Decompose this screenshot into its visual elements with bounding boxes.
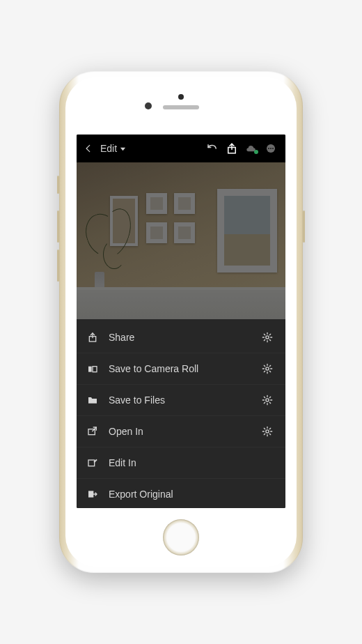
menu-item-label: Edit In [109,457,252,468]
photo-preview[interactable] [77,162,285,319]
svg-point-3 [270,148,272,149]
svg-point-10 [266,399,269,401]
gear-icon [262,426,273,437]
gear-icon [262,394,273,406]
app-screen: Edit [77,135,285,508]
earpiece-speaker [163,105,199,109]
menu-item-save-files[interactable]: Save to Files [77,385,285,416]
camera-roll-icon [86,362,99,375]
menu-item-edit-in[interactable]: Edit In [77,447,285,479]
share-button[interactable] [224,141,239,156]
power-button [303,210,305,243]
svg-rect-14 [88,491,93,497]
menu-item-settings[interactable] [262,426,273,437]
undo-icon [206,142,219,155]
menu-item-label: Save to Camera Roll [109,363,252,374]
phone-chassis: Edit [59,71,303,573]
svg-point-12 [266,430,269,433]
more-icon [265,142,277,155]
proximity-sensor [178,94,184,100]
share-menu: Share Save to C [77,319,285,508]
gear-icon [262,332,273,343]
more-button[interactable] [263,141,278,156]
svg-rect-7 [88,367,92,372]
export-original-icon [86,488,99,500]
mute-switch [57,176,59,194]
mode-dropdown[interactable]: Edit [100,143,126,154]
chevron-left-icon [84,144,93,153]
volume-down [57,250,59,282]
open-in-icon [86,425,99,438]
menu-item-settings[interactable] [262,363,273,374]
menu-item-open-in[interactable]: Open In [77,416,285,447]
sync-status-dot [254,150,258,154]
menu-item-label: Share [109,332,252,343]
menu-item-export-original[interactable]: Export Original [77,479,285,508]
menu-item-label: Export Original [109,489,252,500]
volume-up [57,210,59,243]
svg-point-9 [266,367,269,370]
menu-item-label: Open In [109,426,252,437]
gear-icon [262,363,273,374]
menu-item-settings[interactable] [262,394,273,406]
undo-button[interactable] [205,141,220,156]
front-camera [145,102,152,109]
menu-item-camera-roll[interactable]: Save to Camera Roll [77,353,285,385]
menu-item-share[interactable]: Share [77,322,285,353]
svg-point-4 [272,148,274,149]
share-icon [226,142,238,155]
menu-item-settings[interactable] [262,332,273,343]
dropdown-triangle-icon [120,146,126,152]
app-topbar: Edit [77,135,285,162]
share-up-icon [86,331,99,344]
svg-point-2 [268,148,269,149]
svg-rect-8 [93,367,97,372]
folder-icon [86,394,99,406]
phone-bezel: Edit [65,77,297,567]
edit-in-icon [86,457,99,469]
back-button[interactable] [81,141,96,156]
cloud-sync-button[interactable] [244,141,259,156]
menu-item-label: Save to Files [109,394,252,406]
dim-overlay [77,162,285,319]
mode-label: Edit [100,143,117,154]
svg-point-6 [266,336,269,339]
svg-rect-13 [88,460,95,466]
home-button[interactable] [163,519,199,555]
